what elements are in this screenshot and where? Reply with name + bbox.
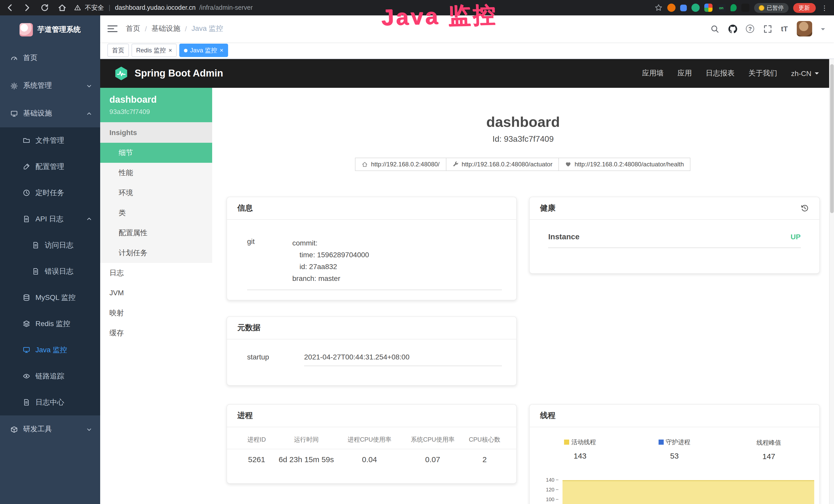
sidebar-item-file[interactable]: 文件管理: [0, 127, 100, 154]
admin-submenu-infra: 文件管理 配置管理 定时任务 API 日志 访问日志: [0, 127, 100, 415]
sba-item-details[interactable]: 细节: [100, 143, 212, 163]
page-title: dashboard: [226, 113, 820, 131]
sba-instance-id: 93a3fc7f7409: [109, 108, 203, 116]
scrollbar-thumb[interactable]: [830, 64, 833, 213]
sba-nav-about[interactable]: 关于我们: [748, 69, 777, 78]
forward-icon[interactable]: [23, 3, 32, 12]
sidebar-item-infra[interactable]: 基础设施: [0, 100, 100, 127]
sidebar-item-home[interactable]: 首页: [0, 44, 100, 72]
update-button[interactable]: 更新: [793, 3, 815, 13]
tag-java[interactable]: Java 监控 ×: [179, 44, 228, 57]
browser-menu-kebab-icon[interactable]: ⋮: [820, 4, 829, 12]
sba-item-mappings[interactable]: 映射: [100, 303, 212, 323]
monitor-icon: [23, 346, 30, 354]
extension-switch-icon[interactable]: on: [717, 4, 726, 12]
legend-peak-threads: 线程峰值 147: [722, 437, 816, 461]
sba-logo: [113, 66, 129, 81]
sidebar-item-trace[interactable]: 链路追踪: [0, 363, 100, 389]
breadcrumb-section[interactable]: 基础设施: [152, 24, 180, 33]
sidebar-item-redis[interactable]: Redis 监控: [0, 311, 100, 337]
threads-chart: 140 120 100: [538, 467, 816, 504]
sidebar-item-mysql[interactable]: MySQL 监控: [0, 284, 100, 311]
sba-nav-journal[interactable]: 日志报表: [706, 69, 734, 78]
reload-icon[interactable]: [40, 3, 49, 12]
sba-nav-applications[interactable]: 应用: [678, 69, 692, 78]
document-icon: [23, 398, 30, 406]
back-icon[interactable]: [5, 3, 14, 12]
address-bar[interactable]: 不安全 | dashboard.yudao.iocoder.cn/infra/a…: [74, 3, 253, 12]
metadata-value: 2021-04-27T00:44:31.254+08:00: [304, 353, 502, 366]
actuator-link[interactable]: http://192.168.0.2:48080/actuator: [446, 158, 559, 171]
font-size-icon[interactable]: tT: [781, 25, 788, 33]
url-path: /infra/admin-server: [199, 4, 253, 11]
sba-nav-wallboard[interactable]: 应用墙: [642, 69, 664, 78]
app-title: 芋道管理系统: [38, 25, 81, 35]
sba-locale-select[interactable]: zh-CN: [791, 69, 818, 77]
process-card-header: 进程: [227, 405, 517, 427]
sba-item-classes[interactable]: 类: [100, 203, 212, 223]
sidebar-item-system[interactable]: 系统管理: [0, 72, 100, 100]
app-logo-row[interactable]: 芋道管理系统: [0, 16, 100, 44]
warning-icon: [74, 4, 81, 11]
close-icon[interactable]: ×: [169, 47, 172, 53]
history-icon[interactable]: [800, 204, 809, 212]
tag-redis[interactable]: Redis 监控 ×: [132, 44, 177, 57]
sidebar-item-config[interactable]: 配置管理: [0, 154, 100, 180]
document-icon: [32, 241, 40, 249]
extension-icon-2[interactable]: [680, 4, 686, 11]
close-icon[interactable]: ×: [220, 47, 223, 53]
sidebar-item-java[interactable]: Java 监控: [0, 337, 100, 363]
sba-nav: 应用墙 应用 日志报表 关于我们 zh-CN: [642, 69, 818, 78]
caret-down-icon[interactable]: [821, 28, 825, 32]
extension-icon-5[interactable]: [730, 4, 737, 11]
box-icon: [10, 426, 18, 433]
process-col-value: 6d 23h 15m 59s: [277, 455, 335, 464]
metadata-card: 元数据 startup 2021-04-27T00:44:31.254+08:0…: [226, 316, 517, 386]
home-icon[interactable]: [58, 3, 67, 12]
sba-item-logfile[interactable]: 日志: [100, 263, 212, 283]
legend-value: 53: [627, 451, 722, 460]
layers-icon: [23, 320, 30, 328]
sidebar-item-access-log[interactable]: 访问日志: [0, 232, 100, 258]
menu-fold-icon[interactable]: [107, 25, 118, 33]
paused-badge[interactable]: 已暂停: [754, 3, 788, 13]
sidebar-item-log-center[interactable]: 日志中心: [0, 389, 100, 415]
browser-toolbar: 不安全 | dashboard.yudao.iocoder.cn/infra/a…: [0, 0, 834, 16]
sba-item-environment[interactable]: 环境: [100, 183, 212, 203]
sba-item-scheduled-tasks[interactable]: 计划任务: [100, 243, 212, 263]
tag-home[interactable]: 首页: [107, 44, 129, 57]
tick-mark: [556, 499, 559, 500]
instance-root-link[interactable]: http://192.168.0.2:48080/: [355, 158, 446, 171]
bookmark-star-icon[interactable]: [654, 4, 662, 12]
help-icon[interactable]: ?: [746, 25, 754, 33]
github-icon[interactable]: [728, 24, 738, 33]
health-link[interactable]: http://192.168.0.2:48080/actuator/health: [559, 158, 691, 171]
sidebar-item-job[interactable]: 定时任务: [0, 180, 100, 206]
metadata-card-body: startup 2021-04-27T00:44:31.254+08:00: [227, 339, 517, 366]
breadcrumb-home[interactable]: 首页: [126, 24, 140, 33]
sba-instance-block[interactable]: dashboard 93a3fc7f7409: [100, 88, 212, 122]
extension-icon-6[interactable]: [741, 4, 749, 12]
extension-icon-1[interactable]: [667, 4, 675, 12]
sba-item-metrics[interactable]: 性能: [100, 163, 212, 183]
legend-swatch-yellow: [564, 439, 569, 445]
sba-item-jvm[interactable]: JVM: [100, 283, 212, 303]
legend-value: 143: [533, 451, 628, 460]
instance-links: http://192.168.0.2:48080/ http://192.168…: [226, 158, 820, 171]
sba-brand[interactable]: Spring Boot Admin: [113, 66, 223, 81]
page-scrollbar[interactable]: [829, 59, 834, 504]
sidebar-item-dev-tools[interactable]: 研发工具: [0, 415, 100, 443]
sba-item-config-props[interactable]: 配置属性: [100, 223, 212, 243]
sidebar-item-api-log[interactable]: API 日志: [0, 206, 100, 232]
extension-icon-3[interactable]: [691, 4, 699, 12]
extension-icon-4[interactable]: [704, 4, 712, 12]
health-instance-label: Instance: [548, 232, 580, 241]
search-icon[interactable]: [710, 24, 720, 33]
sba-frame: Spring Boot Admin 应用墙 应用 日志报表 关于我们 zh-CN: [100, 59, 834, 504]
sidebar-item-error-log[interactable]: 错误日志: [0, 258, 100, 284]
paused-badge-label: 已暂停: [767, 4, 784, 12]
process-col-value: 5261: [236, 455, 277, 464]
fullscreen-icon[interactable]: [763, 24, 772, 33]
avatar[interactable]: [796, 21, 812, 37]
sba-item-caches[interactable]: 缓存: [100, 323, 212, 343]
